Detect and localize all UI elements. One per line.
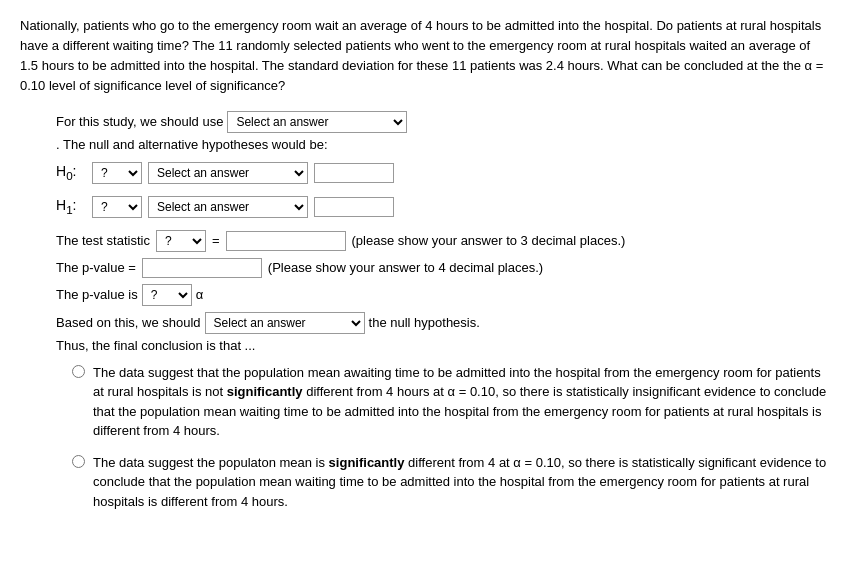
test-stat-input[interactable] <box>226 231 346 251</box>
based-label: Based on this, we should <box>56 315 201 330</box>
h0-label: H0: <box>56 163 86 182</box>
option1-radio[interactable] <box>72 365 85 378</box>
study-select[interactable]: Select an answer a t-test a z-test a chi… <box>227 111 407 133</box>
based-suffix: the null hypothesis. <box>369 315 480 330</box>
thus-label: Thus, the final conclusion is that ... <box>56 338 255 353</box>
pvalue-alpha-label: The p-value is <box>56 287 138 302</box>
based-select[interactable]: Select an answer reject fail to reject a… <box>205 312 365 334</box>
h1-value-input[interactable] <box>314 197 394 217</box>
h1-question-select[interactable]: ? μ p σ <box>92 196 142 218</box>
option1-text: The data suggest that the population mea… <box>93 363 827 441</box>
h1-answer-select[interactable]: Select an answer = ≠ < > ≤ ≥ <box>148 196 308 218</box>
pvalue-hint: (Please show your answer to 4 decimal pl… <box>268 260 543 275</box>
h0-question-select[interactable]: ? μ p σ <box>92 162 142 184</box>
equals-sign: = <box>212 233 220 248</box>
test-stat-label: The test statistic <box>56 233 150 248</box>
pvalue-input[interactable] <box>142 258 262 278</box>
test-stat-select[interactable]: ? t z <box>156 230 206 252</box>
null-alt-text: . The null and alternative hypotheses wo… <box>56 137 827 152</box>
pvalue-alpha-select[interactable]: ? < > = <box>142 284 192 306</box>
pvalue-label: The p-value = <box>56 260 136 275</box>
option2-radio[interactable] <box>72 455 85 468</box>
test-stat-hint: (please show your answer to 3 decimal pl… <box>352 233 626 248</box>
h0-value-input[interactable] <box>314 163 394 183</box>
option2-text: The data suggest the populaton mean is s… <box>93 453 827 512</box>
h1-label: H1: <box>56 197 86 216</box>
study-prefix: For this study, we should use <box>56 114 223 129</box>
alpha-symbol: α <box>196 287 204 302</box>
h0-answer-select[interactable]: Select an answer = ≠ < > ≤ ≥ <box>148 162 308 184</box>
intro-text: Nationally, patients who go to the emerg… <box>20 16 827 97</box>
